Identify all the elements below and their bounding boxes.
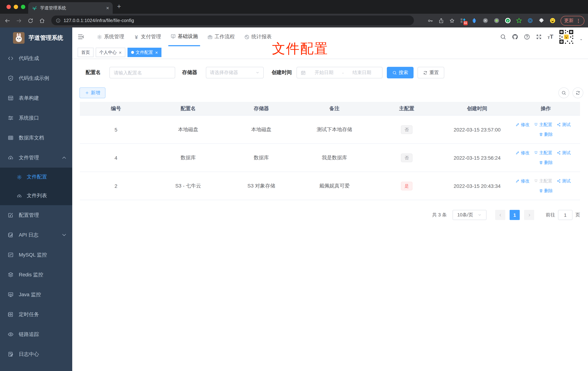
reload-icon[interactable]: [27, 18, 34, 24]
y-circle-icon[interactable]: y: [504, 17, 511, 24]
action-删除[interactable]: 删除: [539, 131, 553, 138]
sidebar-item-配置管理[interactable]: 配置管理: [0, 205, 72, 225]
action-主配置[interactable]: 主配置: [534, 150, 552, 156]
avatar-dropdown-caret-icon[interactable]: [579, 38, 583, 42]
sidebar-item-Java 监控[interactable]: Java 监控: [0, 285, 72, 305]
sidebar-item-Redis 监控[interactable]: Redis 监控: [0, 265, 72, 285]
kite-icon[interactable]: [471, 17, 477, 24]
date-range-picker[interactable]: 开始日期 - 结束日期: [296, 67, 382, 78]
browser-tab[interactable]: 芋道管理系统 ×: [28, 2, 113, 14]
search-icon[interactable]: [500, 34, 506, 40]
page-size-select[interactable]: 10条/页: [452, 210, 486, 220]
sidebar-item-数据库文档[interactable]: 数据库文档: [0, 128, 72, 148]
topnav-item-系统管理[interactable]: 系统管理: [95, 27, 126, 46]
sidebar-item-label: API 日志: [19, 232, 39, 238]
tag-个人中心[interactable]: 个人中心×: [96, 48, 125, 57]
sidebar-item-文件列表[interactable]: 文件列表: [0, 186, 72, 205]
new-tab-button[interactable]: +: [117, 2, 121, 11]
fullscreen-icon[interactable]: [536, 34, 542, 40]
browser-menu-icon[interactable]: ⋮: [576, 18, 581, 23]
tag-文件配置[interactable]: 文件配置×: [127, 48, 161, 57]
sidebar-item-系统接口[interactable]: 系统接口: [0, 108, 72, 128]
sidebar-item-MySQL 监控[interactable]: MySQL 监控: [0, 245, 72, 265]
action-修改[interactable]: 修改: [515, 178, 529, 184]
action-主配置[interactable]: 主配置: [534, 122, 552, 128]
close-window-button[interactable]: [7, 5, 11, 9]
start-date-placeholder: 开始日期: [307, 69, 341, 76]
command-circle-icon[interactable]: ⌘: [482, 17, 489, 24]
action-删除[interactable]: 删除: [539, 188, 553, 194]
search-button[interactable]: 搜索: [387, 67, 414, 78]
action-修改[interactable]: 修改: [515, 122, 529, 128]
sidebar-item-label: 代码生成: [19, 55, 39, 62]
ext-grid-diamond-icon[interactable]: 11: [460, 17, 466, 24]
rings-icon[interactable]: [527, 17, 534, 24]
calendar-icon: [301, 70, 306, 75]
topnav-item-统计报表[interactable]: 统计报表: [242, 27, 274, 46]
action-测试[interactable]: 测试: [556, 150, 571, 156]
zoom-window-button[interactable]: [21, 5, 25, 9]
sidebar-item-日志中心[interactable]: 日志中心: [0, 344, 72, 364]
topnav-item-基础设施[interactable]: 基础设施: [168, 27, 200, 46]
minimize-window-button[interactable]: [14, 5, 18, 9]
sidebar-item-文件配置[interactable]: 文件配置: [0, 168, 72, 186]
pen-icon: [515, 122, 520, 127]
green-star-icon[interactable]: [516, 17, 522, 24]
sliders-icon: [8, 115, 14, 121]
action-测试[interactable]: 测试: [556, 178, 571, 184]
topnav-item-支付管理[interactable]: ¥支付管理: [131, 27, 163, 46]
show-search-button[interactable]: [558, 87, 569, 98]
sidebar-item-链路追踪[interactable]: 链路追踪: [0, 324, 72, 344]
collapse-sidebar-icon[interactable]: [77, 33, 84, 41]
sidebar-item-API 日志[interactable]: API 日志: [0, 225, 72, 245]
sidebar-item-表单构建[interactable]: 表单构建: [0, 88, 72, 108]
cell-created: 2022-03-15 23:56:24: [443, 155, 511, 160]
action-label: 删除: [544, 131, 553, 138]
sidebar-item-定时任务[interactable]: 定时任务: [0, 305, 72, 324]
action-测试[interactable]: 测试: [556, 122, 571, 128]
refresh-button[interactable]: [572, 87, 583, 98]
forward-icon[interactable]: [16, 18, 22, 24]
cell-created: 2022-03-15 20:43:34: [443, 183, 511, 189]
share-icon[interactable]: [438, 18, 444, 24]
action-删除[interactable]: 删除: [539, 159, 553, 166]
goto-page-input[interactable]: [558, 210, 572, 220]
site-info-icon[interactable]: [56, 18, 61, 23]
tag-close-icon[interactable]: ×: [155, 50, 158, 55]
screen: 芋道管理系统 × + 127.0.0.1:1024/infra/file/fil…: [0, 0, 588, 371]
sidebar-submenu: 文件配置文件列表: [0, 168, 72, 205]
puzzle-icon[interactable]: [538, 17, 545, 24]
sidebar-subitem-label: 文件配置: [27, 174, 47, 180]
font-size-icon[interactable]: TT: [547, 34, 553, 40]
password-key-icon[interactable]: [427, 18, 433, 24]
topnav-item-工作流程[interactable]: 工作流程: [205, 27, 237, 46]
code-icon: [8, 55, 14, 61]
next-page-button[interactable]: [524, 210, 534, 220]
browser-update-button[interactable]: 更新 ⋮: [561, 16, 584, 25]
sidebar-logo[interactable]: 芋道管理系统: [0, 27, 72, 48]
cell-id: 2: [80, 183, 152, 189]
prev-page-button[interactable]: [495, 210, 505, 220]
bookmark-star-icon[interactable]: [449, 18, 455, 24]
back-icon[interactable]: [4, 18, 10, 24]
storage-select[interactable]: 请选择存储器: [206, 67, 264, 78]
tag-首页[interactable]: 首页: [78, 48, 94, 57]
sidebar-item-代码生成[interactable]: 代码生成: [0, 48, 72, 68]
help-icon[interactable]: [524, 34, 530, 40]
tab-close-icon[interactable]: ×: [106, 5, 109, 11]
page-number-button[interactable]: 1: [510, 210, 520, 220]
tag-close-icon[interactable]: ×: [119, 50, 122, 55]
reset-button[interactable]: 重置: [418, 67, 444, 78]
config-name-input[interactable]: [109, 67, 175, 78]
emoji-face-icon[interactable]: [549, 17, 556, 24]
home-icon[interactable]: [39, 18, 45, 24]
action-修改[interactable]: 修改: [515, 150, 529, 156]
avatar[interactable]: [559, 29, 574, 44]
sidebar-item-代码生成示例[interactable]: 代码生成示例: [0, 68, 72, 88]
pen-icon: [515, 179, 520, 183]
sidebar-item-文件管理[interactable]: 文件管理: [0, 148, 72, 168]
add-button[interactable]: 新增: [79, 87, 105, 98]
address-bar[interactable]: 127.0.0.1:1024/infra/file/file-config: [51, 16, 414, 25]
github-icon[interactable]: [512, 34, 518, 40]
dot-circle-icon[interactable]: [493, 17, 500, 24]
